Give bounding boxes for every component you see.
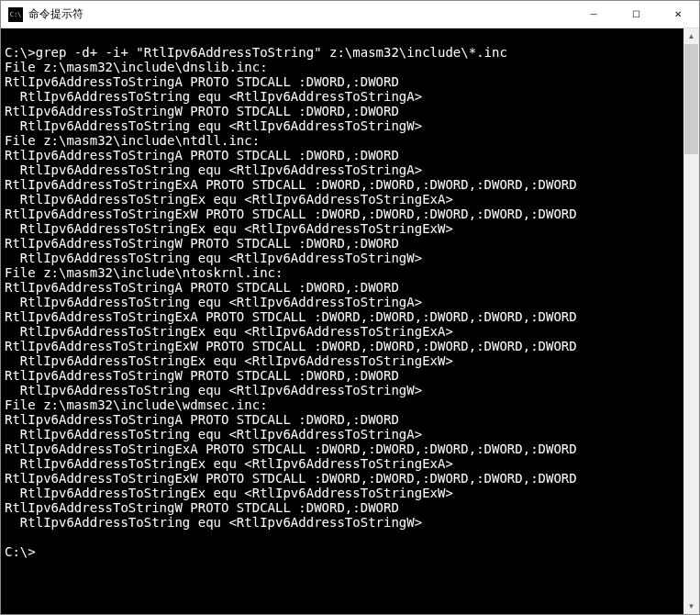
title-buttons: ─ ☐ ✕ (572, 1, 699, 28)
minimize-button[interactable]: ─ (572, 1, 615, 28)
terminal-wrapper: C:\>grep -d+ -i+ "RtlIpv6AddressToString… (1, 28, 699, 614)
maximize-icon: ☐ (632, 9, 640, 19)
arrow-up-icon: ▲ (688, 32, 695, 40)
arrow-down-icon: ▼ (688, 602, 695, 610)
maximize-button[interactable]: ☐ (615, 1, 657, 28)
scrollbar-up-arrow[interactable]: ▲ (683, 28, 699, 44)
command-prompt-window: 命令提示符 ─ ☐ ✕ C:\>grep -d+ -i+ "RtlIpv6Add… (0, 0, 700, 615)
minimize-icon: ─ (590, 9, 596, 19)
terminal-output[interactable]: C:\>grep -d+ -i+ "RtlIpv6AddressToString… (1, 28, 683, 614)
window-title: 命令提示符 (28, 6, 572, 22)
cmd-icon (8, 7, 23, 22)
scrollbar-thumb[interactable] (684, 44, 698, 154)
close-icon: ✕ (674, 9, 682, 19)
scrollbar-down-arrow[interactable]: ▼ (683, 598, 699, 614)
close-button[interactable]: ✕ (657, 1, 699, 28)
titlebar[interactable]: 命令提示符 ─ ☐ ✕ (1, 1, 699, 28)
scrollbar[interactable]: ▲ ▼ (683, 28, 699, 614)
